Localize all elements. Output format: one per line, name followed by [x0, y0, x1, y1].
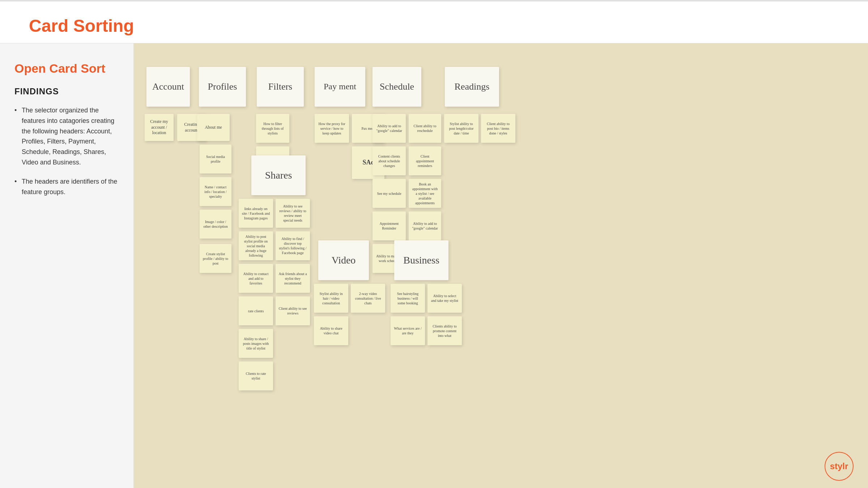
- logo-text: stylr: [830, 461, 848, 471]
- shares-note-10: Clients to rate stylist: [239, 361, 273, 390]
- schedule-note-3: Content clients about schedule changes: [373, 146, 406, 175]
- schedule-note-8: Ability to add to "google" calendar: [409, 211, 441, 240]
- shares-note-5: Ability to contact and add to favorites: [239, 264, 273, 293]
- shares-header: Shares: [251, 155, 306, 195]
- logo: stylr: [825, 452, 854, 481]
- profiles-note-2: Social media profile: [200, 145, 231, 174]
- business-note-4: Clients ability to promote content into …: [427, 316, 462, 345]
- schedule-note-1: Ability to add to "google" calendar: [373, 114, 406, 143]
- schedule-note-5: See my schedule: [373, 179, 406, 208]
- page-title: Card Sorting: [0, 1, 868, 43]
- payment-header: Pay ment: [315, 67, 365, 107]
- shares-note-6: Ask friends about a stylist they recomme…: [276, 264, 310, 293]
- shares-note-9: Ability to share / posts images with tit…: [239, 329, 273, 358]
- shares-note-1: links already on site / Facebook and Ins…: [239, 199, 273, 228]
- sidebar: Open Card Sort FINDINGS The selector org…: [0, 43, 134, 488]
- board-area: Account Create my account / location Cre…: [134, 43, 868, 488]
- schedule-note-4: Client appointment reminders: [409, 146, 441, 175]
- schedule-header: Schedule: [373, 67, 421, 107]
- video-note-2: 2-way video consultation / live chats: [351, 284, 385, 313]
- shares-note-2: Ability to see reviews / ability to revi…: [276, 199, 310, 228]
- shares-note-3: Ability to post stylist profile on socia…: [239, 231, 273, 260]
- profiles-note-1: About me: [197, 114, 230, 141]
- shares-note-7: rate clients: [239, 296, 273, 325]
- shares-note-8: Client ability to see reviews: [276, 296, 310, 325]
- payment-note-1: How the proxy for service / how to keep …: [315, 114, 349, 143]
- profiles-note-5: Create stylist profile / ability to post: [200, 244, 231, 273]
- filters-note-1: How to filter through lists of stylists: [256, 114, 289, 143]
- business-note-1: See hairstyling business / will some boo…: [391, 284, 425, 313]
- sidebar-section-title: Open Card Sort: [14, 61, 119, 76]
- readings-note-1: Stylist ability to post length/color dat…: [444, 114, 478, 143]
- schedule-note-7: Appointment Reminder: [373, 211, 406, 240]
- profiles-note-4: Image / color / other description: [200, 210, 231, 239]
- finding-1: The selector organized the features into…: [14, 105, 119, 168]
- readings-note-2: Client ability to post bio / items done …: [481, 114, 515, 143]
- shares-note-4: Ability to find / discover top stylist's…: [276, 231, 310, 260]
- profiles-header: Profiles: [199, 67, 246, 107]
- video-note-3: Ability to share video chat: [314, 316, 348, 345]
- account-note-1: Create my account / location: [145, 114, 174, 141]
- findings-list: The selector organized the features into…: [14, 105, 119, 197]
- schedule-note-6: Book an appointment with a stylist / see…: [409, 179, 441, 208]
- business-note-2: Ability to select and take my stylist: [427, 284, 462, 313]
- filters-header: Filters: [257, 67, 304, 107]
- profiles-note-3: Name / contact info / location / special…: [200, 177, 231, 206]
- business-note-3: What services are / are they: [391, 316, 425, 345]
- finding-2: The headers are identifiers of the featu…: [14, 176, 119, 197]
- account-header: Account: [146, 67, 190, 107]
- video-note-1: Stylist ability in hair / video consulta…: [314, 284, 348, 313]
- main-content: Open Card Sort FINDINGS The selector org…: [0, 43, 868, 488]
- findings-heading: FINDINGS: [14, 86, 119, 97]
- video-header: Video: [318, 240, 369, 280]
- business-header: Business: [394, 240, 448, 280]
- schedule-note-2: Client ability to reschedule: [409, 114, 441, 143]
- readings-header: Readings: [445, 67, 499, 107]
